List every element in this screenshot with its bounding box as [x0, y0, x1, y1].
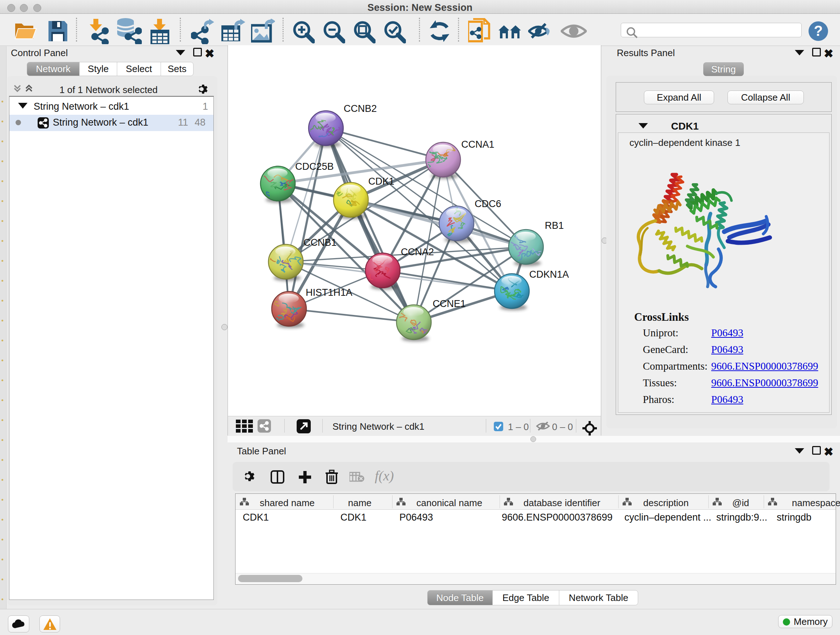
svg-text:?: ?: [814, 23, 823, 39]
svg-text:CDC6: CDC6: [475, 198, 501, 209]
svg-text:CDK1: CDK1: [368, 176, 394, 187]
svg-text:RB1: RB1: [545, 220, 564, 231]
svg-text:CDC25B: CDC25B: [295, 161, 334, 172]
svg-text:CCNB2: CCNB2: [344, 103, 377, 114]
svg-text:CCNA2: CCNA2: [401, 247, 434, 257]
svg-text:CCNA1: CCNA1: [461, 139, 494, 150]
svg-text:HIST1H1A: HIST1H1A: [306, 287, 352, 298]
svg-text:CCNE1: CCNE1: [433, 298, 466, 309]
svg-text:CCNB1: CCNB1: [303, 237, 337, 248]
svg-text:CDKN1A: CDKN1A: [529, 269, 569, 280]
